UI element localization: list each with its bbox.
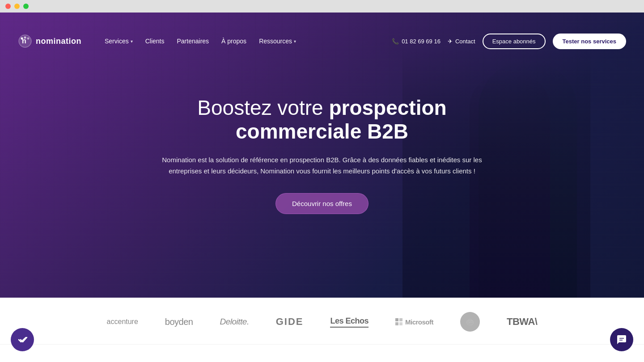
icons-section <box>0 345 644 362</box>
tbwa-logo-text: TBWA\ <box>507 316 537 328</box>
window-chrome <box>0 0 644 13</box>
salesforce-cloud-icon <box>466 314 475 330</box>
lesechos-logo-text: Les Echos <box>330 316 369 328</box>
minimize-dot[interactable] <box>14 4 20 9</box>
chevron-down-icon: ▾ <box>131 39 133 44</box>
checkmark-icon <box>17 334 28 345</box>
deloitte-logo-text: Deloitte. <box>220 317 249 327</box>
svg-point-4 <box>27 38 30 40</box>
svg-point-2 <box>21 38 23 40</box>
nav-links: Services ▾ Clients Partenaires À propos … <box>99 34 392 48</box>
salesforce-logo-text <box>460 312 480 332</box>
logo-salesforce <box>460 312 480 332</box>
logo-boyden: boyden <box>165 317 193 327</box>
hero-section: n nomination Services ▾ Clients Partenai… <box>0 13 644 298</box>
nav-services[interactable]: Services ▾ <box>99 34 138 48</box>
contact-icon: ✈ <box>448 38 453 45</box>
nav-ressources[interactable]: Ressources ▾ <box>254 34 301 48</box>
hero-subtitle: Nomination est la solution de référence … <box>157 154 487 177</box>
accenture-logo-text: accenture <box>107 318 138 326</box>
close-dot[interactable] <box>5 4 11 9</box>
chevron-down-icon: ▾ <box>294 39 296 44</box>
chat-icon <box>616 334 627 345</box>
logo-icon: n <box>18 34 32 48</box>
gide-logo-text: GIDE <box>276 316 304 328</box>
microsoft-logo-text: Microsoft <box>395 318 433 326</box>
boyden-logo-text: boyden <box>165 317 193 327</box>
navbar: n nomination Services ▾ Clients Partenai… <box>0 25 644 57</box>
hero-content: Boostez votre prospection commerciale B2… <box>148 96 496 214</box>
cta-button[interactable]: Découvrir nos offres <box>275 193 369 214</box>
logo-gide: GIDE <box>276 316 304 328</box>
logo-tbwa: TBWA\ <box>507 316 537 328</box>
bottom-left-badge[interactable] <box>11 328 34 351</box>
logo-link[interactable]: n nomination <box>18 34 81 48</box>
logo-lesechos: Les Echos <box>330 316 369 328</box>
hero-title: Boostez votre prospection commerciale B2… <box>157 96 487 143</box>
nav-right: 📞 01 82 69 69 16 ✈ Contact Espace abonné… <box>392 34 626 49</box>
tester-services-button[interactable]: Tester nos services <box>553 34 626 49</box>
nav-contact-link[interactable]: ✈ Contact <box>448 38 475 45</box>
svg-point-8 <box>468 319 472 323</box>
microsoft-grid-icon <box>395 318 402 325</box>
nav-clients[interactable]: Clients <box>140 34 170 48</box>
logo-microsoft: Microsoft <box>395 318 433 326</box>
maximize-dot[interactable] <box>23 4 29 9</box>
svg-point-3 <box>24 37 26 39</box>
espace-abonnes-button[interactable]: Espace abonnés <box>483 34 546 49</box>
phone-icon: 📞 <box>392 38 399 45</box>
logos-section: accenture boyden Deloitte. GIDE Les Echo… <box>0 298 644 345</box>
logo-deloitte: Deloitte. <box>220 317 249 327</box>
chat-widget[interactable] <box>610 328 633 351</box>
logo-accenture: accenture <box>107 318 138 326</box>
nav-apropos[interactable]: À propos <box>216 34 252 48</box>
nav-partenaires[interactable]: Partenaires <box>171 34 214 48</box>
logo-text: nomination <box>36 37 81 46</box>
nav-phone: 📞 01 82 69 69 16 <box>392 38 441 45</box>
